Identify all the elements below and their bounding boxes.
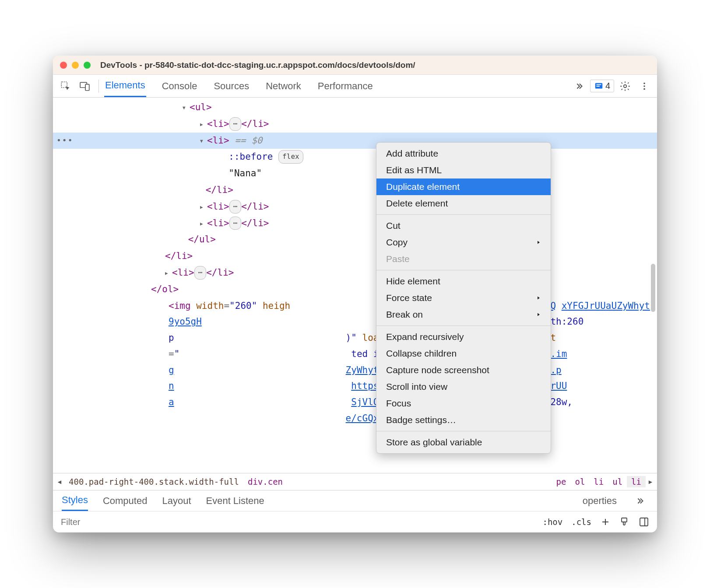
context-menu-item-label: Paste	[386, 254, 410, 264]
window-title: DevTools - pr-5840-static-dot-dcc-stagin…	[100, 60, 415, 70]
dom-node-ul-close[interactable]: </ul>	[53, 231, 657, 248]
svg-rect-2	[85, 84, 89, 90]
gutter-dots-icon: •••	[56, 133, 74, 147]
tab-console[interactable]: Console	[161, 75, 198, 97]
context-menu-item[interactable]: Scroll into view	[376, 378, 551, 395]
more-tabs-icon[interactable]	[571, 78, 587, 94]
context-menu-item-label: Store as global variable	[386, 437, 482, 448]
dom-node-li-collapsed[interactable]: <li>⋯</li>	[53, 116, 657, 133]
svg-point-4	[624, 84, 627, 88]
context-menu-item[interactable]: Badge settings…	[376, 412, 551, 428]
context-menu-item-label: Capture node screenshot	[386, 365, 489, 375]
context-menu-item-label: Focus	[386, 398, 411, 409]
context-menu-item[interactable]: Edit as HTML	[376, 162, 551, 178]
dom-node-img[interactable]: <img width="260" heigh gix.net/image/cGQ…	[53, 298, 657, 427]
context-menu-item[interactable]: Capture node screenshot	[376, 362, 551, 378]
device-toggle-icon[interactable]	[77, 78, 93, 94]
dom-node-li-collapsed-3[interactable]: <li>⋯</li>	[53, 215, 657, 232]
zoom-window-button[interactable]	[84, 62, 91, 69]
breadcrumb-segment[interactable]: ul	[608, 477, 627, 486]
context-menu-item-label: Expand recursively	[386, 332, 464, 342]
subtab-layout[interactable]: Layout	[162, 490, 191, 511]
settings-icon[interactable]	[617, 78, 633, 94]
dom-node-ol-close[interactable]: </ol>	[53, 281, 657, 298]
dom-node-ul[interactable]: <ul>	[53, 99, 657, 116]
chevron-right-icon	[536, 239, 541, 245]
context-menu-item-label: Add attribute	[386, 148, 438, 159]
cls-toggle[interactable]: .cls	[571, 517, 591, 527]
svg-rect-8	[622, 518, 627, 522]
breadcrumb-segment[interactable]: div.cen	[243, 477, 287, 486]
chevron-right-icon	[536, 312, 541, 318]
hov-toggle[interactable]: :hov	[542, 517, 562, 527]
tab-performance[interactable]: Performance	[317, 75, 374, 97]
subtab-properties[interactable]: operties	[583, 490, 617, 511]
svg-rect-9	[640, 518, 648, 526]
context-menu-item[interactable]: Copy	[376, 234, 551, 251]
context-menu-item[interactable]: Duplicate element	[376, 178, 551, 195]
context-menu-separator	[376, 326, 551, 326]
tab-network[interactable]: Network	[265, 75, 302, 97]
dom-node-li-close-outer[interactable]: </li>	[53, 248, 657, 265]
dom-pseudo-before[interactable]: ::before flex	[53, 149, 657, 165]
breadcrumb-segment[interactable]: 400.pad-right-400.stack.width-full	[64, 477, 243, 486]
context-menu-item-label: Copy	[386, 237, 408, 248]
context-menu-separator	[376, 214, 551, 215]
dom-text-nana[interactable]: "Nana"	[53, 165, 657, 182]
breadcrumb-left-icon[interactable]: ◀	[55, 478, 64, 485]
issues-count: 4	[605, 81, 610, 91]
computed-panel-icon[interactable]	[639, 517, 649, 527]
context-menu-item-label: Badge settings…	[386, 415, 456, 425]
inspect-icon[interactable]	[57, 78, 74, 94]
context-menu-item[interactable]: Collapse children	[376, 345, 551, 362]
dom-node-li-close[interactable]: </li>	[53, 182, 657, 199]
subtab-styles[interactable]: Styles	[62, 490, 88, 511]
chevron-right-icon	[536, 295, 541, 301]
tab-sources[interactable]: Sources	[213, 75, 250, 97]
breadcrumb-segment[interactable]: ol	[570, 477, 589, 486]
dom-node-li-collapsed-2[interactable]: <li>⋯</li>	[53, 199, 657, 215]
more-subtabs-icon[interactable]	[632, 493, 648, 509]
kebab-menu-icon[interactable]	[636, 78, 653, 94]
context-menu-item-label: Scroll into view	[386, 382, 447, 392]
context-menu-item-label: Collapse children	[386, 348, 457, 359]
minimize-window-button[interactable]	[72, 62, 79, 69]
elements-panel[interactable]: <ul> <li>⋯</li> ••• <li> == $0 ::before …	[53, 98, 657, 473]
context-menu-item[interactable]: Delete element	[376, 195, 551, 212]
context-menu-item[interactable]: Add attribute	[376, 145, 551, 162]
context-menu-item[interactable]: Expand recursively	[376, 329, 551, 345]
dom-node-li-collapsed-4[interactable]: <li>⋯</li>	[53, 265, 657, 281]
styles-subtabs: Styles Computed Layout Event Listene ope…	[53, 490, 657, 511]
context-menu-item-label: Edit as HTML	[386, 165, 442, 175]
context-menu-item-label: Delete element	[386, 198, 448, 209]
context-menu-item-label: Break on	[386, 309, 423, 320]
context-menu-separator	[376, 431, 551, 431]
svg-point-6	[643, 85, 645, 87]
context-menu-separator	[376, 270, 551, 270]
subtab-event-listeners[interactable]: Event Listene	[206, 490, 264, 511]
context-menu-item[interactable]: Store as global variable	[376, 434, 551, 451]
context-menu-item[interactable]: Focus	[376, 395, 551, 412]
breadcrumbs[interactable]: ◀ 400.pad-right-400.stack.width-full div…	[53, 473, 657, 490]
issues-badge[interactable]: 4	[590, 80, 614, 92]
context-menu-item[interactable]: Force state	[376, 290, 551, 306]
context-menu-item[interactable]: Cut	[376, 217, 551, 234]
vertical-scrollbar[interactable]	[651, 264, 655, 312]
context-menu: Add attributeEdit as HTMLDuplicate eleme…	[376, 142, 551, 454]
dom-node-li-selected[interactable]: ••• <li> == $0	[53, 133, 657, 149]
tab-elements[interactable]: Elements	[104, 75, 146, 97]
context-menu-item-label: Cut	[386, 220, 401, 231]
close-window-button[interactable]	[60, 62, 67, 69]
breadcrumb-segment[interactable]: li	[589, 477, 608, 486]
breadcrumb-right-icon[interactable]: ▶	[646, 478, 655, 485]
breadcrumb-segment-selected[interactable]: li	[627, 476, 646, 487]
context-menu-item[interactable]: Break on	[376, 306, 551, 323]
main-tabs: Elements Console Sources Network Perform…	[104, 75, 374, 97]
subtab-computed[interactable]: Computed	[103, 490, 148, 511]
paint-brush-icon[interactable]	[619, 517, 630, 527]
context-menu-item[interactable]: Hide element	[376, 273, 551, 290]
new-style-rule-icon[interactable]	[600, 517, 611, 527]
styles-filter-row: :hov .cls	[53, 511, 657, 532]
breadcrumb-segment[interactable]: pe	[552, 477, 571, 486]
styles-filter-input[interactable]	[61, 517, 536, 527]
